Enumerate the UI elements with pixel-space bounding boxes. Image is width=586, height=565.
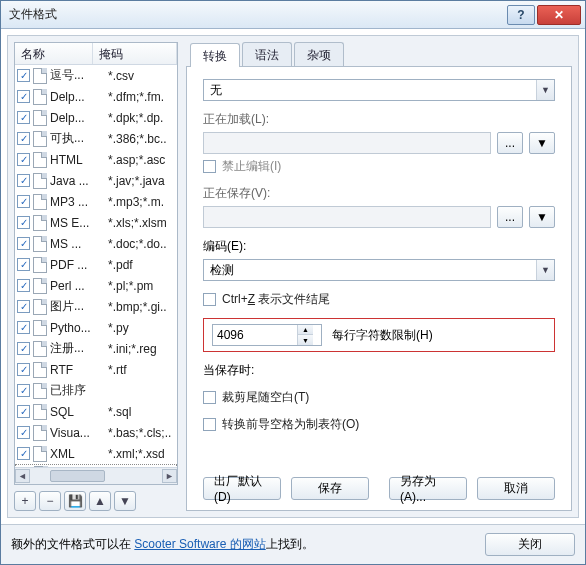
forbid-edit-checkbox[interactable]: 禁止编辑(I) [203, 158, 555, 175]
item-mask: *.bmp;*.gi.. [106, 300, 175, 314]
list-item[interactable]: 图片...*.bmp;*.gi.. [15, 296, 177, 317]
save-as-button[interactable]: 另存为(A)... [389, 477, 467, 500]
scroll-thumb[interactable] [50, 470, 105, 482]
list-item[interactable]: PDF ...*.pdf [15, 254, 177, 275]
checkbox-icon[interactable] [17, 321, 30, 334]
checkbox-icon[interactable] [17, 132, 30, 145]
close-button[interactable]: ✕ [537, 5, 581, 25]
list-item[interactable]: MS E...*.xls;*.xlsm [15, 212, 177, 233]
checkbox-icon[interactable] [17, 279, 30, 292]
factory-defaults-button[interactable]: 出厂默认(D) [203, 477, 281, 500]
add-button[interactable]: + [14, 491, 36, 511]
checkbox-icon[interactable] [17, 258, 30, 271]
item-mask: *.py [106, 321, 175, 335]
ctrlz-checkbox[interactable]: Ctrl+Z 表示文件结尾 [203, 291, 555, 308]
remove-button[interactable]: − [39, 491, 61, 511]
item-name: Java ... [50, 174, 106, 188]
column-name[interactable]: 名称 [15, 43, 93, 64]
close-dialog-button[interactable]: 关闭 [485, 533, 575, 556]
list-item[interactable]: Visua...*.bas;*.cls;.. [15, 422, 177, 443]
save-page-button[interactable]: 保存 [291, 477, 369, 500]
tab-grammar[interactable]: 语法 [242, 42, 292, 66]
file-icon [33, 236, 47, 252]
trim-whitespace-checkbox[interactable]: 裁剪尾随空白(T) [203, 389, 555, 406]
checkbox-icon[interactable] [17, 426, 30, 439]
file-icon [33, 446, 47, 462]
chevron-down-icon[interactable]: ▼ [536, 260, 554, 280]
loading-more-button[interactable]: ▼ [529, 132, 555, 154]
saving-more-button[interactable]: ▼ [529, 206, 555, 228]
column-mask[interactable]: 掩码 [93, 43, 177, 64]
checkbox-icon[interactable] [17, 405, 30, 418]
horizontal-scrollbar[interactable]: ◄ ► [15, 467, 177, 484]
list-item[interactable]: 逗号...*.csv [15, 65, 177, 86]
encoding-value: 检测 [210, 262, 234, 279]
item-mask: *.pdf [106, 258, 175, 272]
checkbox-icon[interactable] [17, 111, 30, 124]
scroll-right-icon[interactable]: ► [162, 469, 177, 483]
checkbox-icon[interactable] [17, 237, 30, 250]
checkbox-icon[interactable] [17, 300, 30, 313]
item-name: 图片... [50, 298, 106, 315]
convert-tabs-checkbox[interactable]: 转换前导空格为制表符(O) [203, 416, 555, 433]
checkbox-icon[interactable] [17, 195, 30, 208]
checkbox-icon[interactable] [17, 69, 30, 82]
checkbox-icon[interactable] [17, 447, 30, 460]
file-icon [33, 425, 47, 441]
list-item[interactable]: HTML*.asp;*.asc [15, 149, 177, 170]
checkbox-icon [203, 293, 216, 306]
scooter-link[interactable]: Scooter Software 的网站 [134, 537, 265, 551]
item-mask: *.xls;*.xlsm [106, 216, 175, 230]
list-item[interactable]: MS ...*.doc;*.do.. [15, 233, 177, 254]
file-icon [33, 173, 47, 189]
move-down-button[interactable]: ▼ [114, 491, 136, 511]
item-name: HTML [50, 153, 106, 167]
list-item[interactable]: Java ...*.jav;*.java [15, 170, 177, 191]
list-item[interactable]: Delp...*.dfm;*.fm. [15, 86, 177, 107]
list-item[interactable]: 可执...*.386;*.bc.. [15, 128, 177, 149]
encoding-dropdown[interactable]: 检测 ▼ [203, 259, 555, 281]
cancel-button[interactable]: 取消 [477, 477, 555, 500]
tab-misc[interactable]: 杂项 [294, 42, 344, 66]
checkbox-icon[interactable] [17, 342, 30, 355]
none-dropdown[interactable]: 无 ▼ [203, 79, 555, 101]
char-limit-input[interactable] [213, 328, 297, 342]
checkbox-icon[interactable] [17, 363, 30, 376]
chevron-down-icon[interactable]: ▼ [536, 80, 554, 100]
item-name: Delp... [50, 111, 106, 125]
help-button[interactable]: ? [507, 5, 535, 25]
loading-browse-button[interactable]: ... [497, 132, 523, 154]
item-name: 注册... [50, 340, 106, 357]
list-item[interactable]: 注册...*.ini;*.reg [15, 338, 177, 359]
list-item[interactable]: MP3 ...*.mp3;*.m. [15, 191, 177, 212]
move-up-button[interactable]: ▲ [89, 491, 111, 511]
list-item[interactable]: Delp...*.dpk;*.dp. [15, 107, 177, 128]
file-icon [33, 215, 47, 231]
item-name: Visua... [50, 426, 106, 440]
list-item[interactable]: 已排序 [15, 380, 177, 401]
item-mask: *.doc;*.do.. [106, 237, 175, 251]
saving-browse-button[interactable]: ... [497, 206, 523, 228]
checkbox-icon[interactable] [17, 90, 30, 103]
tab-convert[interactable]: 转换 [190, 43, 240, 67]
encoding-label: 编码(E): [203, 238, 555, 255]
format-list[interactable]: 名称 掩码 逗号...*.csvDelp...*.dfm;*.fm.Delp..… [14, 42, 178, 485]
item-mask: *.bas;*.cls;.. [106, 426, 175, 440]
spin-up-icon[interactable]: ▲ [298, 325, 313, 335]
checkbox-icon[interactable] [17, 384, 30, 397]
checkbox-icon[interactable] [17, 174, 30, 187]
checkbox-icon[interactable] [17, 153, 30, 166]
spin-down-icon[interactable]: ▼ [298, 335, 313, 345]
save-button[interactable]: 💾 [64, 491, 86, 511]
list-item[interactable]: SQL*.sql [15, 401, 177, 422]
char-limit-spinner[interactable]: ▲ ▼ [212, 324, 322, 346]
checkbox-icon[interactable] [17, 216, 30, 229]
saving-input[interactable] [203, 206, 491, 228]
item-name: Pytho... [50, 321, 106, 335]
loading-input[interactable] [203, 132, 491, 154]
list-item[interactable]: RTF*.rtf [15, 359, 177, 380]
list-item[interactable]: Perl ...*.pl;*.pm [15, 275, 177, 296]
scroll-left-icon[interactable]: ◄ [15, 469, 30, 483]
list-item[interactable]: XML*.xml;*.xsd [15, 443, 177, 464]
list-item[interactable]: Pytho...*.py [15, 317, 177, 338]
